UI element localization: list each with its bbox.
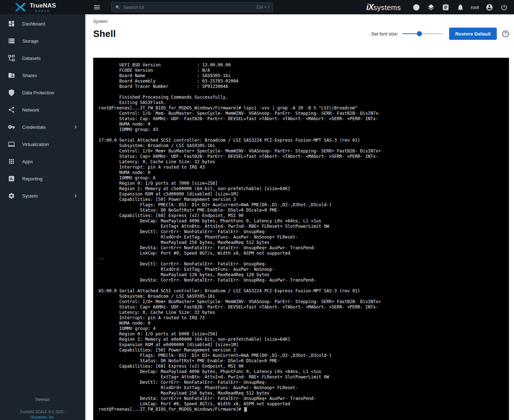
sidebar-item-label: Reporting <box>22 176 42 181</box>
logged-in-username: root <box>471 5 479 10</box>
tasks-clipboard-icon[interactable] <box>442 3 450 11</box>
network-share-icon <box>8 106 15 113</box>
sidebar-item-shares[interactable]: Shares <box>0 67 85 84</box>
sidebar-item-label: Apps <box>22 159 33 164</box>
sidebar-item-virtualization[interactable]: Virtualization <box>0 136 85 153</box>
sidebar-item-label: Storage <box>22 38 39 44</box>
sidebar-item-data-protection[interactable]: Data Protection <box>0 84 85 101</box>
ixsystems-logo[interactable]: iX systems <box>366 3 401 12</box>
sidebar-item-label: System <box>22 193 38 199</box>
sidebar-item-label: Dashboard <box>22 21 45 27</box>
sidebar-item-label: Virtualization <box>22 142 49 147</box>
terminal-cursor <box>244 407 247 412</box>
hamburger-menu-icon[interactable] <box>92 3 101 11</box>
global-search[interactable]: Ctrl + / <box>111 2 273 12</box>
sidebar-item-datasets[interactable]: Datasets <box>0 49 85 67</box>
account-circle-icon[interactable] <box>485 3 494 11</box>
shared-folder-icon <box>8 72 15 79</box>
sidebar-footer: freenas TrueNAS SCALE ® © 2025 - iXsyste… <box>0 397 85 420</box>
apps-grid-icon <box>8 158 15 165</box>
page-title: Shell <box>93 28 116 39</box>
sidebar-item-dashboard[interactable]: Dashboard <box>0 15 85 32</box>
dashboard-icon <box>8 20 15 27</box>
font-size-label: Set font size: <box>371 31 398 37</box>
sidebar: Dashboard Storage Datasets Shares Data P… <box>0 14 85 420</box>
sidebar-item-credentials[interactable]: Credentials <box>0 118 85 136</box>
sidebar-item-system[interactable]: System <box>0 187 85 204</box>
sidebar-item-storage[interactable]: Storage <box>0 32 85 49</box>
topbar-actions: iX systems root <box>366 3 508 12</box>
terminal-prompt-line: root@freenas[...IT_FW_BIOS_for_MSDOS_Win… <box>99 407 506 412</box>
monitor-icon <box>8 141 15 148</box>
restore-default-button[interactable]: Restore Default <box>449 28 497 40</box>
truenas-logo[interactable]: TrueNAS SCALE <box>0 0 85 14</box>
sidebar-nav: Dashboard Storage Datasets Shares Data P… <box>0 14 85 204</box>
main-content: System Shell Set font size: Restore Defa… <box>85 14 514 420</box>
font-size-slider[interactable] <box>403 31 443 37</box>
search-shortcut-hint: Ctrl + / <box>256 5 269 10</box>
slider-thumb[interactable] <box>417 31 422 36</box>
sidebar-item-label: Data Protection <box>22 90 54 95</box>
truenas-logo-text: TrueNAS SCALE <box>30 3 56 12</box>
terminal-prompt: root@freenas[...IT_FW_BIOS_for_MSDOS_Win… <box>99 407 244 412</box>
search-input[interactable] <box>123 5 253 10</box>
notifications-bell-icon[interactable] <box>456 3 465 11</box>
sidebar-item-label: Shares <box>22 73 37 78</box>
truenas-app: TrueNAS SCALE Ctrl + / iX systems <box>0 0 514 420</box>
hostname-label: freenas <box>0 397 85 402</box>
chevron-right-icon <box>72 124 79 130</box>
shield-icon <box>8 89 15 96</box>
truenas-logo-icon <box>14 3 27 12</box>
power-icon[interactable] <box>500 3 508 11</box>
product-name: TrueNAS <box>30 3 56 9</box>
page-header: Shell Set font size: Restore Default ? <box>93 27 509 41</box>
search-icon <box>115 5 120 10</box>
product-edition: SCALE <box>30 10 56 12</box>
breadcrumb-system[interactable]: System <box>93 19 108 24</box>
sidebar-item-apps[interactable]: Apps <box>0 153 85 170</box>
sidebar-item-label: Datasets <box>22 56 41 61</box>
shell-controls: Set font size: Restore Default ? <box>371 28 509 40</box>
datasets-tree-icon <box>8 55 15 62</box>
topbar: Ctrl + / iX systems <box>85 0 514 14</box>
terminal-output: UEFI BSD Version : 13.00.00.00 FCODE Ver… <box>99 62 506 407</box>
chevron-right-icon <box>72 193 79 199</box>
key-icon <box>8 123 15 131</box>
sidebar-item-network[interactable]: Network <box>0 101 85 118</box>
ixsystems-logo-suffix: systems <box>373 4 401 12</box>
gear-icon <box>8 192 15 199</box>
feedback-smiley-icon[interactable] <box>412 3 421 11</box>
ixsystems-logo-prefix: iX <box>366 3 373 12</box>
shell-terminal[interactable]: UEFI BSD Version : 13.00.00.00 FCODE Ver… <box>93 58 509 420</box>
storage-icon <box>8 37 15 44</box>
sidebar-item-label: Credentials <box>22 124 46 130</box>
bar-chart-icon <box>8 175 15 182</box>
copyright-text: TrueNAS SCALE ® © 2025 - <box>0 409 85 415</box>
jobs-layers-icon[interactable] <box>427 3 436 11</box>
sidebar-item-label: Network <box>22 107 39 113</box>
sidebar-item-reporting[interactable]: Reporting <box>0 170 85 187</box>
help-icon[interactable]: ? <box>502 30 509 37</box>
ixsystems-link[interactable]: iXsystems, Inc. <box>0 415 85 420</box>
